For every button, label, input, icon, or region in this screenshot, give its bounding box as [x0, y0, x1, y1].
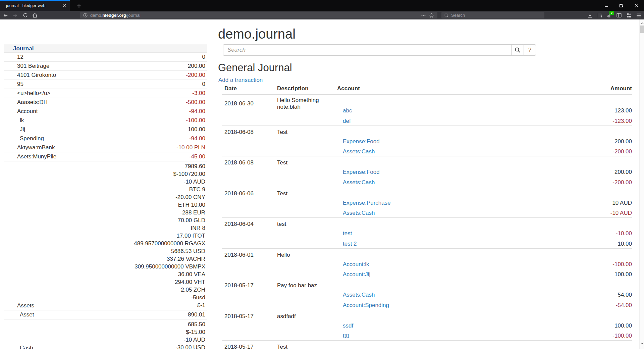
transaction-row[interactable]: 2018-06-08 Test Expense:Food 200.00 Asse… — [222, 156, 632, 187]
posting-account-link[interactable]: Expense:Food — [343, 169, 380, 176]
close-window-button[interactable] — [629, 0, 644, 11]
account-balance: 17.00 ITOT — [134, 232, 205, 240]
posting-account-link[interactable]: Assets:Cash — [343, 210, 375, 216]
sidebar-account-link[interactable]: Asset — [4, 311, 34, 319]
browser-tab[interactable]: journal - hledger-web — [0, 0, 70, 11]
sidebar-account-link[interactable]: Cash — [4, 345, 33, 349]
transaction-description: Pay foo bar baz — [277, 282, 337, 289]
sidebar-account-link[interactable]: Aaasets:DH — [4, 99, 48, 107]
home-icon[interactable] — [31, 11, 39, 19]
account-balance: 489.957000000000 RGAGX — [134, 240, 205, 247]
extension-swan-icon[interactable]: 0 — [604, 11, 614, 19]
transactions-table: Date Description Account Amount 2018-06-… — [222, 85, 632, 349]
sidebar-account-link[interactable]: Asets:MunyPile — [4, 153, 56, 161]
posting-account-link[interactable]: Assets:Cash — [343, 179, 375, 186]
page-scrollbar[interactable] — [639, 19, 644, 349]
grid-plus-icon[interactable] — [624, 11, 634, 19]
sidebar-account-link[interactable]: Spending — [4, 135, 44, 143]
journal-link[interactable]: Journal — [4, 45, 34, 52]
account-balance: 309.950000000000 VBMPX — [134, 263, 205, 270]
sidebar-account-row: Assets 7989.60$-100720.00-10 AUDBTC 9-20… — [4, 161, 207, 310]
page-actions-icon[interactable] — [421, 15, 426, 16]
posting-account-link[interactable]: test 2 — [343, 241, 357, 247]
journal-search-button[interactable] — [511, 44, 524, 56]
new-tab-button[interactable] — [74, 1, 83, 10]
account-balance: 5686.53 USD — [134, 247, 205, 255]
posting-account-link[interactable]: Assets:Cash — [343, 148, 375, 155]
sidebar-account-row: Aktywa:mBank -10.00 PLN — [4, 143, 207, 152]
scrollbar-thumb[interactable] — [640, 26, 644, 33]
sidebar-account-row: 301 Beiträge 200.00 — [4, 62, 207, 71]
transaction-row[interactable]: 2018-05-17 Test — [222, 341, 632, 349]
sidebar-account-balances: 200.00 — [188, 62, 207, 70]
transaction-row[interactable]: 2018-05-17 asdfadf ssdf 100.00 tttt -100… — [222, 310, 632, 341]
menu-hamburger-icon[interactable] — [634, 11, 643, 19]
transaction-row[interactable]: 2018-06-04 test test -10.00 test 2 10.00 — [222, 218, 632, 249]
account-balance: -288 EUR — [134, 209, 205, 216]
journal-search-input[interactable] — [223, 44, 511, 56]
sidebar-account-link[interactable]: Aktywa:mBank — [4, 144, 55, 152]
sidebar-account-link[interactable]: Jij — [4, 126, 25, 134]
scroll-up-icon[interactable] — [640, 21, 644, 26]
scroll-down-icon[interactable] — [640, 341, 644, 346]
sidebar-account-link[interactable]: lk — [4, 117, 24, 125]
minimize-button[interactable] — [599, 0, 614, 11]
transaction-row[interactable]: 2018-06-06 Test Expense:Purchase 10 AUD … — [222, 187, 632, 218]
posting-account-link[interactable]: abc — [343, 107, 352, 114]
account-balance: $-100720.00 — [134, 170, 205, 178]
sidebar-account-link[interactable]: Assets — [4, 302, 34, 310]
extension-badge: 0 — [609, 11, 614, 15]
navigation-toolbar: demo.hledger.org/journal Search — [0, 11, 644, 19]
posting-account-link[interactable]: ssdf — [343, 322, 353, 329]
posting-account-link[interactable]: Account:Jij — [343, 271, 370, 278]
transaction-row[interactable]: 2018-06-30 Hello Something note:blah abc… — [222, 95, 632, 126]
bookmark-star-icon[interactable] — [429, 13, 434, 18]
posting-account-link[interactable]: test — [343, 230, 352, 237]
posting-amount: -100.00 — [612, 333, 632, 339]
sidebar-account-link[interactable]: 301 Beiträge — [4, 63, 49, 70]
sidebar-account-link[interactable]: 12 — [4, 54, 23, 61]
posting-amount: 200.00 — [614, 138, 632, 145]
account-balance: 2.05 ZCH — [134, 286, 205, 294]
transaction-row[interactable]: 2018-05-17 Pay foo bar baz Assets:Cash 5… — [222, 279, 632, 310]
sidebar-account-link[interactable]: Account — [4, 108, 38, 116]
posting-account-link[interactable]: Assets:Cash — [343, 292, 375, 298]
account-balance: -5usd — [134, 294, 205, 301]
account-balance: 685.50 — [175, 320, 205, 328]
search-help-button[interactable]: ? — [524, 44, 536, 56]
posting-account-link[interactable]: def — [343, 118, 351, 124]
tab-close-icon[interactable] — [61, 3, 67, 8]
add-transaction-link[interactable]: Add a transaction — [218, 77, 263, 84]
posting-account-link[interactable]: Account:lk — [343, 261, 369, 268]
restore-button[interactable] — [614, 0, 629, 11]
site-info-icon[interactable] — [83, 13, 88, 17]
account-balance: -100.00 — [186, 117, 205, 124]
transaction-row[interactable]: 2018-06-08 Test Expense:Food 200.00 Asse… — [222, 126, 632, 157]
reload-icon[interactable] — [21, 11, 30, 19]
sidebar-account-row: 12 0 — [4, 53, 207, 62]
transaction-date: 2018-06-04 — [222, 221, 277, 228]
browser-search-box[interactable]: Search — [441, 12, 544, 18]
posting-account-link[interactable]: Expense:Purchase — [343, 200, 391, 206]
back-icon[interactable] — [1, 11, 10, 19]
posting-account-link[interactable]: Account:Spending — [343, 302, 389, 309]
downloads-icon[interactable] — [585, 11, 595, 19]
sidebar-account-link[interactable]: <u>hello</u> — [4, 90, 50, 98]
sidebar-account-balances: -200.00 — [186, 71, 207, 80]
sidebar-account-row: Asets:MunyPile -45.00 — [4, 152, 207, 161]
transaction-description: Test — [277, 344, 337, 349]
sidebar-account-link[interactable]: 4101 Girokonto — [4, 72, 56, 80]
posting-account-link[interactable]: Expense:Food — [343, 138, 380, 145]
posting-amount: 54.00 — [618, 292, 632, 298]
sidebar-account-link[interactable]: 95 — [4, 81, 23, 89]
url-bar[interactable]: demo.hledger.org/journal — [80, 12, 437, 18]
transaction-row[interactable]: 2018-06-01 Hello Account:lk -100.00 Acco… — [222, 249, 632, 280]
library-icon[interactable] — [595, 11, 604, 19]
sidebars-icon[interactable] — [614, 11, 624, 19]
section-title: General Journal — [218, 62, 292, 74]
transaction-date: 2018-05-17 — [222, 282, 277, 289]
forward-icon[interactable] — [11, 11, 19, 19]
account-balance: -45.00 — [189, 153, 205, 160]
posting-account-link[interactable]: tttt — [343, 333, 349, 339]
sidebar-account-balances: 685.50$-15.00-10 AUD-30.00 USD — [175, 319, 207, 349]
